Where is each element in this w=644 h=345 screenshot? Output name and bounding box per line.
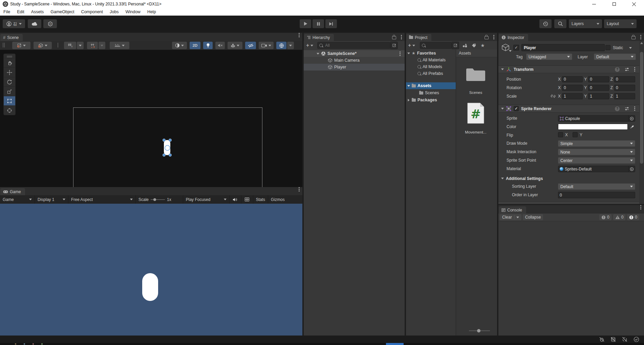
lock-icon[interactable]: [392, 36, 396, 39]
minimize-button[interactable]: [584, 0, 604, 8]
snap-dropdown[interactable]: [99, 42, 105, 49]
collapse-button[interactable]: Collapse: [523, 214, 543, 220]
search-by-type-icon[interactable]: [463, 43, 467, 47]
lock-icon[interactable]: [485, 36, 489, 39]
inspector-scrollbar[interactable]: [639, 41, 644, 204]
favorites-filter-icon[interactable]: ★: [480, 43, 485, 48]
picker-icon[interactable]: [452, 42, 459, 49]
scene-row-menu-icon[interactable]: [400, 53, 401, 54]
taskbar-app-icon[interactable]: [33, 343, 34, 345]
add-object-dropdown[interactable]: [310, 45, 313, 46]
cache-server-status-icon[interactable]: [609, 336, 617, 342]
presets-icon[interactable]: [625, 67, 629, 71]
undo-history-button[interactable]: [539, 19, 552, 28]
game-target-dropdown[interactable]: Game: [0, 195, 35, 204]
additional-settings-row[interactable]: Additional Settings: [498, 175, 644, 183]
scale-slider-knob[interactable]: [153, 198, 156, 201]
rotation-x-field[interactable]: 0: [562, 85, 583, 91]
project-search-input[interactable]: [427, 43, 450, 48]
warning-count-badge[interactable]: 0: [613, 214, 626, 220]
sort-point-dropdown[interactable]: Center: [558, 157, 635, 164]
rect-handle-bottom-right[interactable]: [169, 154, 172, 157]
project-row-all-materials[interactable]: All Materials: [406, 57, 456, 63]
scale-y-field[interactable]: 1: [588, 93, 609, 99]
hierarchy-search-input[interactable]: [324, 43, 388, 48]
step-button[interactable]: [325, 19, 337, 28]
eyedropper-icon[interactable]: [629, 125, 635, 129]
flip-x-checkbox[interactable]: [558, 132, 563, 137]
foldout-icon[interactable]: [501, 108, 504, 109]
menu-edit[interactable]: Edit: [14, 8, 28, 16]
account-button[interactable]: 김: [3, 19, 25, 28]
play-button[interactable]: [300, 19, 311, 28]
rect-handle-top-right[interactable]: [169, 139, 172, 142]
maximize-button[interactable]: [604, 0, 624, 8]
foldout-icon[interactable]: [501, 178, 504, 179]
vsync-button[interactable]: [241, 195, 253, 204]
rect-handle-top-left[interactable]: [163, 139, 166, 142]
rotation-y-field[interactable]: 0: [588, 85, 609, 91]
menu-file[interactable]: File: [0, 8, 14, 16]
info-count-badge[interactable]: 0: [599, 214, 611, 220]
taskbar-app-icon[interactable]: [24, 343, 25, 345]
scene-audio-button[interactable]: [215, 42, 225, 49]
layers-dropdown[interactable]: Layers: [569, 19, 602, 28]
gameobject-header-icon[interactable]: [501, 43, 510, 52]
tool-settings-button[interactable]: [12, 42, 30, 49]
aspect-dropdown[interactable]: Free Aspect: [68, 195, 136, 204]
search-button[interactable]: [554, 19, 566, 28]
object-picker-icon[interactable]: [628, 116, 635, 121]
project-search-field[interactable]: [420, 42, 452, 49]
grid-visibility-button[interactable]: Y: [64, 42, 76, 49]
scene-viewport[interactable]: [0, 50, 302, 187]
toolbar-grip[interactable]: [3, 43, 3, 47]
rotate-tool[interactable]: [4, 77, 15, 86]
tools-grip[interactable]: [4, 54, 15, 58]
effects-button[interactable]: [228, 42, 242, 49]
static-dropdown[interactable]: [629, 47, 632, 49]
sorting-layer-dropdown[interactable]: Default: [558, 183, 635, 190]
rotation-z-field[interactable]: 0: [614, 85, 635, 91]
hand-tool[interactable]: [4, 58, 15, 67]
scrollbar-thumb[interactable]: [640, 52, 643, 164]
scale-z-field[interactable]: 1: [614, 93, 635, 99]
add-object-button[interactable]: +: [306, 43, 309, 48]
component-menu-icon[interactable]: [634, 69, 635, 70]
folder-tile-icon[interactable]: [466, 66, 486, 82]
stats-button[interactable]: Stats: [253, 195, 268, 204]
hierarchy-row-scene[interactable]: SampleScene*: [304, 50, 405, 57]
active-checkbox[interactable]: [513, 45, 519, 50]
material-object-field[interactable]: Sprites-Default: [558, 166, 635, 172]
component-menu-icon[interactable]: [634, 108, 635, 109]
clear-button[interactable]: Clear: [500, 214, 521, 220]
debugger-status-icon[interactable]: [598, 336, 606, 342]
script-tile-icon[interactable]: #: [467, 102, 485, 124]
scene-menu-icon[interactable]: [299, 35, 300, 36]
object-picker-icon[interactable]: [628, 166, 635, 172]
component-enabled-checkbox[interactable]: [514, 106, 519, 111]
position-x-field[interactable]: 0: [562, 76, 583, 82]
activity-ok-icon[interactable]: [632, 336, 640, 342]
scroll-up-icon[interactable]: [640, 42, 643, 44]
tag-dropdown[interactable]: Untagged: [526, 54, 572, 60]
menu-help[interactable]: Help: [144, 8, 159, 16]
snap-increment-button[interactable]: [110, 42, 129, 49]
inspector-menu-icon[interactable]: [640, 37, 641, 38]
mask-interaction-dropdown[interactable]: None: [558, 149, 635, 155]
object-name-field[interactable]: Player: [521, 44, 605, 51]
scale-tool[interactable]: [4, 86, 15, 96]
folder-tile-label[interactable]: Scenes: [456, 90, 495, 95]
tab-scene[interactable]: # Scene: [0, 34, 23, 41]
foldout-icon[interactable]: [317, 53, 319, 55]
search-by-label-icon[interactable]: [472, 43, 476, 47]
rect-tool[interactable]: [4, 96, 15, 105]
taskbar-app-icon[interactable]: [41, 343, 43, 345]
version-control-button[interactable]: D: [43, 19, 57, 28]
zoom-slider-knob[interactable]: [477, 329, 480, 332]
help-icon[interactable]: [615, 106, 620, 111]
move-tool[interactable]: [4, 67, 15, 77]
zoom-slider[interactable]: [469, 330, 490, 331]
scale-slider[interactable]: [151, 199, 165, 200]
gizmos-button[interactable]: Gizmos: [268, 195, 287, 204]
sprite-renderer-header[interactable]: Sprite Renderer: [498, 105, 644, 113]
